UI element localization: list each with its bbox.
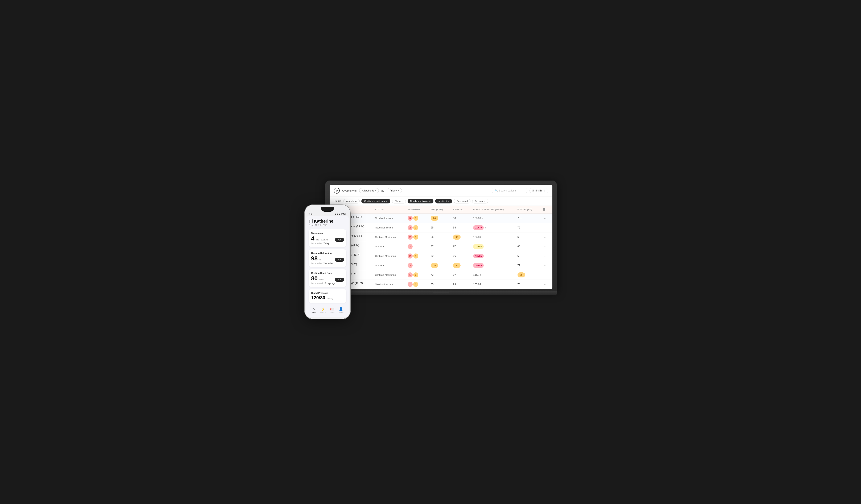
table-row[interactable]: Jake Bambridge (45, M) 9978678995 Needs … [330,280,552,289]
patient-weight-cell: 69 [514,251,539,261]
patient-symptoms-cell: 12 [404,270,427,280]
rhr-value: 67 [431,245,434,248]
filter-recovered[interactable]: Recovered [454,199,470,203]
bp-title: Blood Pressure [311,292,344,294]
patient-symptoms-cell: 31 [404,214,427,223]
patient-rhr-cell: 75 [427,261,450,270]
row-more-button[interactable]: ··· [543,282,549,286]
table-row[interactable]: Azaka Chimako (39, F) 8957883524 Continu… [330,232,552,242]
phone-signal: ▲▲▲ WiFi ■ [334,213,346,215]
patient-bp-cell: 160/89 [470,261,514,270]
patient-bp-cell: 119/79 ↑ [470,223,514,232]
patient-symptoms-cell: 21 [404,223,427,232]
bp-value: 115/72 [473,273,481,276]
filter-needs-admission[interactable]: Needs admission ✕ [408,199,434,203]
oxygen-freq: Once a day · Yesterday [311,262,344,264]
patient-actions-cell: ··· [539,214,552,223]
bp-value: 130/55 [473,244,484,249]
symptoms-card: Symptoms 4 last reported Add Once a day … [309,229,346,247]
spo2-value: 93 [453,234,461,240]
laptop-base [325,291,557,295]
table-row[interactable]: Katherine Poole (43, F) 7567992655 Needs… [330,214,552,223]
row-more-button[interactable]: ··· [543,254,549,258]
row-more-button[interactable]: ··· [543,226,549,230]
add-oxygen-button[interactable]: Add [335,258,344,262]
filter-deceased[interactable]: Deceased [472,199,488,203]
row-more-button[interactable]: ··· [543,244,549,249]
app-logo: ⊕ [334,188,340,194]
row-more-button[interactable]: ··· [543,235,549,239]
row-more-button[interactable]: ··· [543,273,549,277]
nav-home[interactable]: ⌂ Home [312,307,316,313]
patient-weight-cell: 71 [514,261,539,270]
symptom-badge: 2 [408,282,413,287]
nav-profile[interactable]: 👤 Profile [339,307,343,313]
add-rhr-button[interactable]: Add [335,278,344,282]
phone-mockup: 9:41 ▲▲▲ WiFi ■ Hi Katherine Friday 16 J… [304,204,351,319]
phone-screen: Hi Katherine Friday 16 July, 2021 Sympto… [306,216,349,317]
weight-value: 70 [518,217,520,220]
close-icon[interactable]: ✕ [448,200,449,202]
user-menu[interactable]: S. Smith ⋮ [530,188,548,193]
patient-status-cell: Continue Monitoring [372,251,404,261]
table-row[interactable]: Farrokh Rastegar (29, M) 8826458156 Need… [330,223,552,232]
bp-value: 119/79 [473,225,484,230]
filter-flagged[interactable]: Flagged [392,199,406,203]
symptoms-title: Symptoms [311,232,344,234]
filter-any-status[interactable]: Any status [343,199,360,203]
patient-spo2-cell: 94 [450,261,470,270]
patient-status: Needs admission [375,226,393,229]
symptom-badge: 1 [413,225,418,230]
close-icon[interactable]: ✕ [386,200,387,202]
bp-value: 120/80 [473,217,481,220]
patient-status-cell: Continue Monitoring [372,270,404,280]
laptop-screen: ⊕ Overview of All patients ▾ by Priority… [330,185,552,289]
weight-value: 70 [518,283,520,286]
search-box[interactable]: 🔍 Search patients [492,188,528,193]
home-icon: ⌂ [313,307,315,311]
patient-spo2-cell: 97 [450,242,470,251]
patient-weight-cell: 72 [514,223,539,232]
patients-filter-dropdown[interactable]: All patients ▾ [359,188,379,193]
phone-nav: ⌂ Home ⚡ Actions 📖 Learn 👤 Profile [309,305,346,314]
spo2-value: 98 [453,217,456,220]
patient-rhr-cell: 72 [427,270,450,280]
row-more-button[interactable]: ··· [543,263,549,268]
patient-table: NAME STATUS SYMPTOMS RHR (BPM) SPO2 (%) … [330,206,552,289]
priority-filter-dropdown[interactable]: Priority ▾ [387,188,402,193]
oxygen-title: Oxygen Saturation [311,252,344,254]
nav-learn[interactable]: 📖 Learn [330,307,334,313]
add-symptoms-button[interactable]: Add [335,238,344,242]
weight-value: 65 [518,236,520,239]
bp-value: 100/69 [473,283,481,286]
patient-weight-cell: 70 ↑ [514,214,539,223]
table-row[interactable]: John Flynn (29, M) 9956713323 Inpatient3… [330,261,552,270]
table-row[interactable]: Krina Patel (38, F) 9467154767 Continue … [330,270,552,280]
bp-value: 165/85 [473,254,484,258]
nav-actions[interactable]: ⚡ Actions [320,307,326,313]
symptom-badge: 2 [413,272,418,277]
symptoms-freq: Once a day · Today [311,242,344,245]
table-row[interactable]: Uesugi Suzuki (43, F) 3324514438 Continu… [330,251,552,261]
symptom-badge: 1 [408,272,413,277]
learn-icon: 📖 [330,307,334,311]
table-body: Katherine Poole (43, F) 7567992655 Needs… [330,214,552,289]
patient-actions-cell: ··· [539,251,552,261]
bp-value: 120/80 [311,295,325,300]
symptom-badge: 1 [413,216,418,221]
row-more-button[interactable]: ··· [543,216,549,220]
patient-status: Needs admission [375,217,393,219]
close-icon[interactable]: ✕ [429,200,431,202]
table-row[interactable]: Riley Cooper (40, M) 096582676 Inpatient… [330,242,552,251]
columns-icon[interactable]: ☰ [543,208,546,211]
spo2-value: 94 [453,263,461,268]
filter-continue-monitoring[interactable]: Continue monitoring ✕ [361,199,390,203]
weight-value: 72 [518,226,520,229]
filter-inpatient[interactable]: Inpatient ✕ [435,199,452,203]
patient-spo2-cell: 96 [450,251,470,261]
chevron-down-icon: ▾ [398,190,399,192]
patient-bp-cell: 100/69 [470,280,514,289]
patient-symptoms-cell: 21 [404,232,427,242]
patient-status: Inpatient [375,264,384,267]
patient-symptoms-cell: 3 [404,261,427,270]
